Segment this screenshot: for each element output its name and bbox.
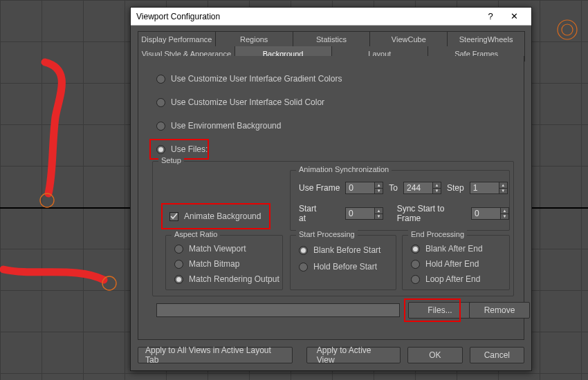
tab-row-primary: Display PerformanceRegionsStatisticsView… xyxy=(138,31,524,46)
label: Step xyxy=(447,183,464,193)
viewport-wireframe-head xyxy=(553,16,581,44)
label: Use Frame xyxy=(299,183,340,193)
spinner-up[interactable]: ▲ xyxy=(374,207,383,213)
label: Sync Start to Frame xyxy=(397,204,466,223)
group-start-processing: Start Processing Blank Before Start Hold… xyxy=(290,235,396,290)
group-setup: Setup Animate Background Aspect Ratio Ma… xyxy=(152,161,514,296)
radio-dot xyxy=(156,75,165,84)
group-legend: Setup xyxy=(158,156,184,164)
tab-display-performance[interactable]: Display Performance xyxy=(138,31,216,46)
radio-blank-before-start[interactable]: Blank Before Start xyxy=(299,245,380,256)
tab-steeringwheels[interactable]: SteeringWheels xyxy=(447,31,525,46)
close-button[interactable]: ✕ xyxy=(502,8,526,25)
spinner-use-frame-to[interactable]: ▲▼ xyxy=(403,182,441,194)
spinner-input[interactable] xyxy=(345,207,374,220)
radio-use-environment[interactable]: Use Environment Background xyxy=(156,121,281,131)
files-button[interactable]: Files... xyxy=(408,302,472,319)
viewport-configuration-dialog: Viewport Configuration ? ✕ Display Perfo… xyxy=(130,7,532,371)
row-use-frame: Use Frame ▲▼ To ▲▼ Step ▲▼ xyxy=(299,182,508,194)
radio-hold-after-end[interactable]: Hold After End xyxy=(411,259,479,269)
group-animation-sync: Animation Synchronization Use Frame ▲▼ T… xyxy=(290,170,510,231)
group-end-processing: End Processing Blank After End Hold Afte… xyxy=(402,235,510,290)
radio-dot xyxy=(411,275,420,284)
checkbox-animate-background[interactable]: Animate Background xyxy=(169,211,261,222)
tab-regions[interactable]: Regions xyxy=(215,31,293,46)
spinner-input[interactable] xyxy=(345,182,374,194)
radio-label: Hold Before Start xyxy=(313,262,377,272)
cancel-button[interactable]: Cancel xyxy=(470,347,524,363)
radio-blank-after-end[interactable]: Blank After End xyxy=(411,244,483,254)
radio-match-viewport[interactable]: Match Viewport xyxy=(174,244,246,254)
group-legend: End Processing xyxy=(408,230,467,238)
spinner-down[interactable]: ▼ xyxy=(374,213,383,220)
spinner-sync-start[interactable]: ▲▼ xyxy=(471,207,509,220)
radio-loop-after-end[interactable]: Loop After End xyxy=(411,274,480,285)
label: To xyxy=(389,183,398,193)
svg-point-1 xyxy=(558,20,577,39)
spinner-step[interactable]: ▲▼ xyxy=(470,182,508,194)
group-aspect-ratio: Aspect Ratio Match Viewport Match Bitmap… xyxy=(165,235,283,290)
radio-label: Match Viewport xyxy=(189,244,246,254)
radio-dot xyxy=(156,98,165,107)
group-legend: Animation Synchronization xyxy=(296,165,392,173)
tab-statistics[interactable]: Statistics xyxy=(293,31,371,46)
radio-dot xyxy=(411,245,420,254)
radio-use-solid[interactable]: Use Customize User Interface Solid Color xyxy=(156,97,324,108)
apply-all-views-button[interactable]: Apply to All Views in Active Layout Tab xyxy=(138,347,293,363)
label: Start at xyxy=(299,204,324,223)
radio-dot xyxy=(174,260,183,269)
spinner-start-at[interactable]: ▲▼ xyxy=(345,207,383,220)
checkbox-label: Animate Background xyxy=(184,211,261,222)
radio-label: Use Files: xyxy=(171,144,208,155)
checkbox-box xyxy=(169,212,178,221)
ok-button[interactable]: OK xyxy=(407,347,462,363)
radio-match-bitmap[interactable]: Match Bitmap xyxy=(174,259,239,269)
spinner-input[interactable] xyxy=(403,182,432,194)
group-legend: Start Processing xyxy=(296,230,358,238)
radio-dot xyxy=(299,263,308,272)
radio-use-gradient[interactable]: Use Customize User Interface Gradient Co… xyxy=(156,74,342,84)
spinner-up[interactable]: ▲ xyxy=(499,182,508,188)
dialog-footer: Apply to All Views in Active Layout Tab … xyxy=(138,345,524,365)
radio-label: Match Bitmap xyxy=(189,259,239,269)
spinner-down[interactable]: ▼ xyxy=(499,188,508,195)
spinner-down[interactable]: ▼ xyxy=(500,213,509,220)
radio-label: Blank After End xyxy=(425,244,483,254)
radio-dot xyxy=(156,145,165,154)
group-legend: Aspect Ratio xyxy=(172,230,220,238)
radio-dot xyxy=(411,260,420,269)
spinner-down[interactable]: ▼ xyxy=(432,188,441,195)
dialog-titlebar[interactable]: Viewport Configuration ? ✕ xyxy=(131,8,531,26)
spinner-up[interactable]: ▲ xyxy=(432,182,441,188)
radio-dot xyxy=(156,122,165,131)
radio-use-files[interactable]: Use Files: xyxy=(156,144,208,155)
tab-panel-background: Use Customize User Interface Gradient Co… xyxy=(138,56,524,340)
spinner-input[interactable] xyxy=(471,207,500,220)
spinner-down[interactable]: ▼ xyxy=(374,188,383,195)
radio-label: Loop After End xyxy=(425,274,480,285)
radio-dot xyxy=(174,275,183,284)
radio-dot xyxy=(174,245,183,254)
svg-point-2 xyxy=(562,24,573,35)
radio-label: Hold After End xyxy=(425,259,479,269)
spinner-up[interactable]: ▲ xyxy=(500,207,509,213)
radio-match-rendering[interactable]: Match Rendering Output xyxy=(174,274,279,285)
radio-label: Blank Before Start xyxy=(313,245,380,256)
radio-label: Match Rendering Output xyxy=(189,274,279,285)
viewport-wireframe-worm xyxy=(17,55,100,214)
radio-dot xyxy=(299,246,308,255)
row-start-at: Start at ▲▼ Sync Start to Frame ▲▼ xyxy=(299,204,509,223)
help-button[interactable]: ? xyxy=(479,8,502,25)
radio-label: Use Customize User Interface Gradient Co… xyxy=(171,74,342,84)
apply-active-view-button[interactable]: Apply to Active View xyxy=(306,347,401,363)
radio-label: Use Customize User Interface Solid Color xyxy=(171,97,324,108)
radio-hold-before-start[interactable]: Hold Before Start xyxy=(299,262,377,272)
radio-label: Use Environment Background xyxy=(171,121,281,131)
file-path-input[interactable] xyxy=(156,303,400,317)
spinner-input[interactable] xyxy=(470,182,499,194)
tab-viewcube[interactable]: ViewCube xyxy=(369,31,448,46)
dialog-title: Viewport Configuration xyxy=(136,12,479,21)
spinner-up[interactable]: ▲ xyxy=(374,182,383,188)
remove-button[interactable]: Remove xyxy=(469,302,530,319)
spinner-use-frame-from[interactable]: ▲▼ xyxy=(345,182,383,194)
